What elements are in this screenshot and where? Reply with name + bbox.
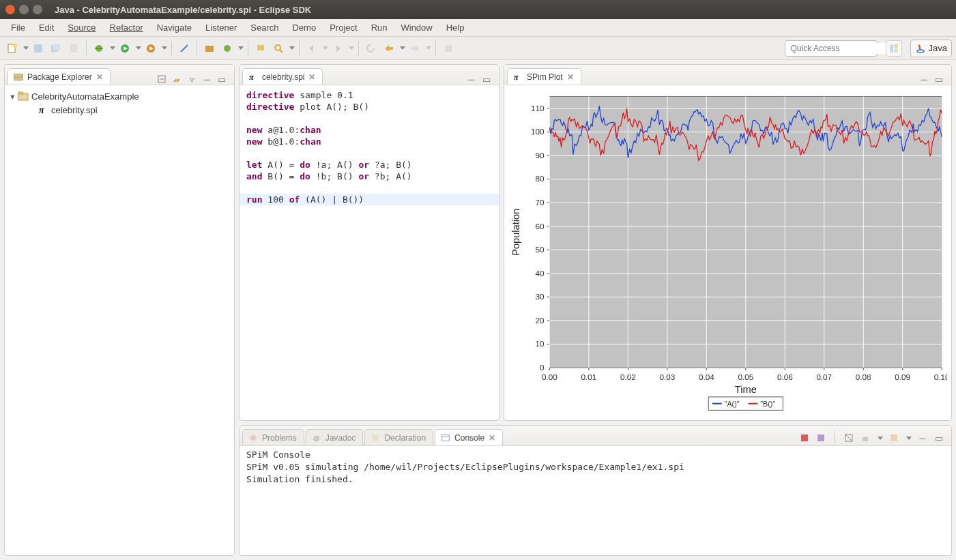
eclipse-window: Java - CelebrityAutomataExample/celebrit… <box>0 0 956 560</box>
quick-access[interactable] <box>785 40 878 57</box>
plot-area: 0.000.010.020.030.040.050.060.070.080.09… <box>504 85 951 420</box>
declaration-icon <box>371 433 380 443</box>
code-text: b@1.0: <box>262 136 300 147</box>
tab-declaration[interactable]: Declaration <box>364 429 433 445</box>
close-window-button[interactable] <box>5 5 15 14</box>
perspective-label: Java <box>929 43 947 53</box>
dropdown-icon[interactable] <box>906 437 912 440</box>
close-tab-icon[interactable]: ✕ <box>96 72 103 82</box>
dropdown-icon[interactable] <box>23 46 29 50</box>
kw: let <box>246 160 262 170</box>
bottom-view: Problems @ Javadoc Declaration Console ✕ <box>239 425 952 556</box>
nav-next-button[interactable] <box>330 40 346 57</box>
svg-marker-19 <box>336 45 341 52</box>
console-output[interactable]: SPiM Console SPiM v0.05 simulating /home… <box>240 446 951 555</box>
menu-edit[interactable]: Edit <box>32 20 61 35</box>
close-tab-icon[interactable]: ✕ <box>567 72 574 82</box>
debug-button[interactable] <box>91 40 107 57</box>
close-tab-icon[interactable]: ✕ <box>489 433 495 443</box>
tab-label: SPim Plot <box>527 72 563 82</box>
tab-spim-plot[interactable]: π SPim Plot ✕ <box>507 68 581 85</box>
pin-console-button[interactable] <box>888 432 899 443</box>
menu-navigate[interactable]: Navigate <box>150 20 199 35</box>
terminate-button[interactable] <box>799 432 810 443</box>
open-type-button[interactable] <box>252 40 269 57</box>
expand-icon[interactable]: ▾ <box>10 91 15 102</box>
maximize-view-button[interactable]: ▭ <box>933 74 944 85</box>
menu-file[interactable]: File <box>4 20 32 35</box>
dropdown-icon[interactable] <box>136 46 141 50</box>
package-explorer-view: Package Explorer ✕ ▿ ─ ▭ ▾ CelebrityAuto… <box>4 64 235 556</box>
wand-button[interactable] <box>176 40 192 57</box>
menu-run[interactable]: Run <box>364 20 394 35</box>
svg-text:0.08: 0.08 <box>856 372 871 381</box>
maximize-view-button[interactable]: ▭ <box>933 432 944 443</box>
minimize-window-button[interactable] <box>19 5 29 14</box>
menu-demo[interactable]: Demo <box>285 20 323 35</box>
svg-rect-122 <box>863 437 868 441</box>
scroll-lock-button[interactable] <box>860 432 871 443</box>
menu-help[interactable]: Help <box>439 20 472 35</box>
minimize-view-button[interactable]: ─ <box>466 74 477 85</box>
menu-refactor[interactable]: Refactor <box>103 20 150 35</box>
tab-label: celebrity.spi <box>262 72 304 82</box>
minimize-view-button[interactable]: ─ <box>918 74 929 85</box>
tab-celebrity-spi[interactable]: π celebrity.spi ✕ <box>242 68 323 85</box>
tab-problems[interactable]: Problems <box>242 429 304 445</box>
project-tree[interactable]: ▾ CelebrityAutomataExample π celebrity.s… <box>5 85 234 555</box>
tab-console[interactable]: Console ✕ <box>435 429 503 445</box>
new-package-button[interactable] <box>201 40 218 57</box>
save-button[interactable] <box>30 40 46 57</box>
dropdown-icon[interactable] <box>110 46 115 50</box>
maximize-view-button[interactable]: ▭ <box>481 74 492 85</box>
menu-search[interactable]: Search <box>244 20 285 35</box>
tab-package-explorer[interactable]: Package Explorer ✕ <box>8 68 111 85</box>
code-editor[interactable]: directive sample 0.1 directive plot A();… <box>240 85 499 420</box>
file-node[interactable]: π celebrity.spi <box>10 103 229 117</box>
back-button[interactable] <box>381 40 397 57</box>
maximize-view-button[interactable]: ▭ <box>216 74 227 85</box>
clear-console-button[interactable] <box>843 432 854 443</box>
remove-launch-button[interactable] <box>815 432 826 443</box>
minimize-view-button[interactable]: ─ <box>201 74 212 85</box>
pin-button[interactable] <box>440 40 457 57</box>
svg-rect-26 <box>894 44 898 48</box>
pi-file-icon: π <box>513 72 523 82</box>
search-button[interactable] <box>270 40 287 57</box>
project-node[interactable]: ▾ CelebrityAutomataExample <box>10 89 229 103</box>
new-class-button[interactable] <box>219 40 235 57</box>
collapse-all-button[interactable] <box>156 74 167 85</box>
forward-button[interactable] <box>407 40 423 57</box>
save-all-button[interactable] <box>48 40 64 57</box>
tab-javadoc[interactable]: @ Javadoc <box>306 429 364 445</box>
run-last-button[interactable] <box>143 40 159 57</box>
minimize-view-button[interactable]: ─ <box>917 432 928 443</box>
new-button[interactable] <box>4 40 20 57</box>
open-perspective-button[interactable] <box>886 40 902 57</box>
view-menu-button[interactable]: ▿ <box>186 74 197 85</box>
menu-project[interactable]: Project <box>323 20 364 35</box>
menu-source[interactable]: Source <box>61 20 102 35</box>
menu-listener[interactable]: Listener <box>199 20 244 35</box>
dropdown-icon[interactable] <box>238 46 244 50</box>
run-button[interactable] <box>117 40 133 57</box>
print-button[interactable] <box>66 40 82 57</box>
explorer-tabs: Package Explorer ✕ ▿ ─ ▭ <box>5 65 234 85</box>
close-tab-icon[interactable]: ✕ <box>308 72 315 82</box>
dropdown-icon[interactable] <box>426 46 431 50</box>
last-edit-button[interactable] <box>363 40 379 57</box>
dropdown-icon[interactable] <box>349 46 354 50</box>
maximize-window-button[interactable] <box>33 5 42 14</box>
dropdown-icon[interactable] <box>400 46 405 50</box>
dropdown-icon[interactable] <box>162 46 167 50</box>
svg-rect-119 <box>817 434 824 441</box>
nav-prev-button[interactable] <box>304 40 320 57</box>
menu-window[interactable]: Window <box>394 20 439 35</box>
perspective-java[interactable]: Java <box>910 40 952 57</box>
quick-access-input[interactable] <box>790 43 895 54</box>
code-text: !a; A() <box>310 160 358 170</box>
dropdown-icon[interactable] <box>878 437 883 440</box>
link-editor-button[interactable] <box>171 74 182 85</box>
dropdown-icon[interactable] <box>289 46 295 50</box>
dropdown-icon[interactable] <box>323 46 328 50</box>
